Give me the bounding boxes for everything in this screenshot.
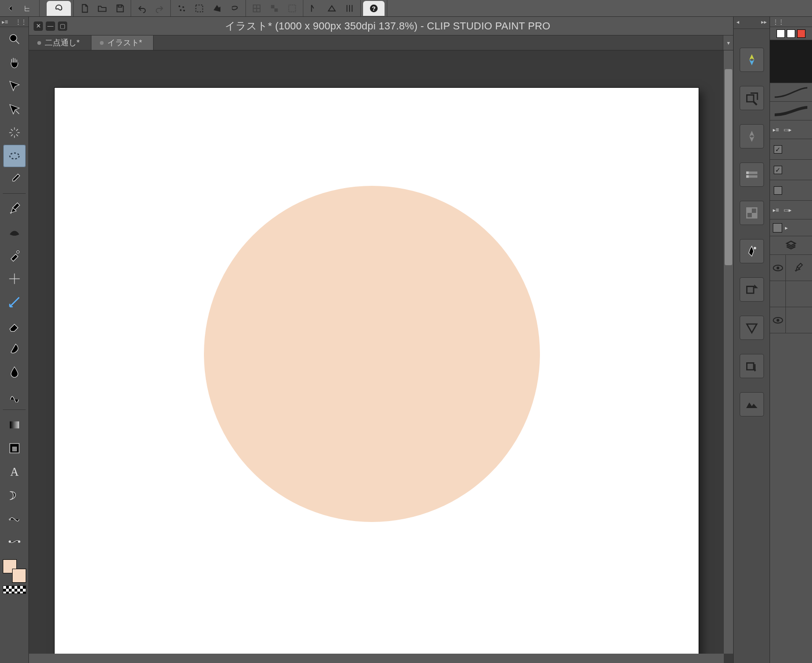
svg-rect-5 — [196, 5, 203, 12]
tool-curve[interactable] — [3, 484, 26, 506]
auto-action-panel-button[interactable] — [740, 162, 764, 187]
vertical-scrollbar[interactable] — [724, 50, 733, 654]
window-close-icon[interactable]: ✕ — [34, 21, 43, 31]
tab-label: 二点通し* — [45, 37, 80, 48]
option-check-1[interactable]: ✓ — [770, 160, 812, 180]
new-file-button[interactable] — [76, 1, 93, 16]
color-chips[interactable] — [3, 559, 26, 583]
window-maximize-icon[interactable]: ▢ — [58, 21, 67, 31]
tab-overflow-icon[interactable]: ▾ — [723, 35, 733, 50]
svg-rect-12 — [10, 422, 19, 429]
open-file-button[interactable] — [94, 1, 111, 16]
clip-studio-logo-icon[interactable] — [47, 1, 71, 16]
scroll-thumb[interactable] — [725, 69, 732, 265]
tool-light-table[interactable] — [3, 121, 26, 144]
brush-size-curve[interactable] — [770, 83, 812, 102]
collapse-right-icon[interactable]: ◂ — [736, 19, 739, 28]
tool-frame[interactable]: ▦ — [3, 437, 26, 459]
tool-line-saki[interactable] — [3, 507, 26, 529]
document-tabs: 二点通し* イラスト* ▾ — [29, 35, 733, 50]
tool-dot-saki[interactable] — [3, 530, 26, 553]
document-tab-0[interactable]: 二点通し* — [29, 35, 91, 50]
save-file-button[interactable] — [112, 1, 128, 16]
tool-eyedropper[interactable] — [3, 168, 26, 190]
swatch-active[interactable] — [797, 29, 805, 38]
swatch-bg[interactable] — [787, 29, 795, 38]
collapse-left-more-icon[interactable] — [20, 1, 37, 16]
layer-property-panel-button[interactable] — [740, 277, 764, 302]
select-lasso-icon[interactable] — [226, 1, 243, 16]
tool-eraser[interactable] — [3, 314, 26, 337]
mask-view-icon[interactable] — [284, 1, 301, 16]
deselect-button[interactable] — [209, 1, 225, 16]
panel-drag-icon[interactable]: ⋮⋮ — [15, 19, 27, 25]
snap-perspective-icon[interactable] — [323, 1, 340, 16]
checker-icon[interactable] — [266, 1, 283, 16]
transparent-chip[interactable] — [3, 585, 26, 594]
select-rect-icon[interactable] — [191, 1, 208, 16]
tool-sparkle[interactable] — [3, 268, 26, 290]
help-button[interactable]: ? — [363, 1, 385, 16]
window-minimize-icon[interactable]: — — [46, 21, 55, 31]
tool-hand[interactable] — [3, 51, 26, 74]
tool-magnifier[interactable] — [3, 28, 26, 50]
redo-button[interactable] — [151, 1, 168, 16]
tool-text[interactable]: A — [3, 460, 26, 483]
svg-point-1 — [179, 5, 181, 7]
eye-icon[interactable] — [773, 265, 783, 271]
option-check-2[interactable] — [770, 180, 812, 201]
eye-icon[interactable] — [773, 317, 783, 324]
information-panel-button[interactable] — [740, 392, 764, 416]
item-bank-panel-button[interactable] — [740, 124, 764, 148]
background-color[interactable] — [12, 569, 26, 583]
document-tab-1[interactable]: イラスト* — [91, 35, 154, 50]
tool-move-layer[interactable] — [3, 98, 26, 120]
unsaved-dot-icon — [100, 41, 104, 45]
svg-rect-6 — [289, 5, 296, 12]
color-swatches[interactable] — [770, 27, 812, 40]
tool-airbrush[interactable] — [3, 244, 26, 267]
layer-row[interactable] — [770, 255, 812, 281]
panel-menu-icon[interactable]: ▸≡ — [2, 19, 8, 25]
brush-opacity-curve[interactable] — [770, 102, 812, 120]
tool-gradient[interactable] — [3, 414, 26, 436]
tool-pen[interactable] — [3, 197, 26, 220]
select-scatter-icon[interactable] — [173, 1, 190, 16]
tool-operation[interactable] — [3, 75, 26, 97]
panel-menu-icon[interactable]: ▸≡ ▭▸ — [770, 120, 812, 139]
panel-menu-icon[interactable]: ▸≡ ▭▸ — [770, 201, 812, 219]
swatch-fg[interactable] — [777, 29, 785, 38]
navigator-panel-button[interactable] — [740, 48, 764, 72]
canvas[interactable] — [55, 88, 699, 663]
collapse-left-icon[interactable] — [2, 1, 19, 16]
tool-ruler[interactable] — [3, 291, 26, 313]
expand-right-icon[interactable]: ▸▸ — [761, 19, 767, 28]
tool-marquee-ellipse[interactable] — [3, 145, 26, 167]
tone-curve-panel-button[interactable] — [740, 316, 764, 340]
history-panel-button[interactable] — [740, 201, 764, 225]
tool-blur[interactable] — [3, 361, 26, 383]
snap-grid-icon[interactable] — [341, 1, 358, 16]
layer-stack-icon[interactable] — [770, 236, 812, 255]
tool-blend[interactable] — [3, 338, 26, 360]
document-title: イラスト* (1000 x 900px 350dpi 137.8%) - CLI… — [70, 19, 733, 33]
layer-thumb-icon — [773, 223, 782, 233]
material-3d-panel-button[interactable] — [740, 239, 764, 263]
animation-panel-button[interactable] — [740, 354, 764, 378]
svg-text:A: A — [10, 466, 18, 478]
layer-row[interactable] — [770, 307, 812, 333]
grid-icon[interactable] — [248, 1, 265, 16]
tool-correct-line[interactable] — [3, 384, 26, 407]
canvas-viewport[interactable] — [29, 50, 733, 663]
horizontal-scrollbar[interactable] — [29, 654, 724, 663]
panel-drag-icon[interactable]: ⋮⋮ — [773, 19, 784, 25]
layer-row[interactable] — [770, 281, 812, 307]
svg-text:?: ? — [372, 5, 376, 12]
option-check-0[interactable]: ✓ — [770, 139, 812, 160]
undo-button[interactable] — [133, 1, 150, 16]
sub-view-panel-button[interactable] — [740, 86, 764, 110]
layer-stepper-icon[interactable]: ▸ — [785, 225, 788, 231]
tool-decoration[interactable] — [3, 221, 26, 243]
layer-header[interactable]: ▸ — [770, 219, 812, 236]
snap-ruler-icon[interactable] — [306, 1, 322, 16]
